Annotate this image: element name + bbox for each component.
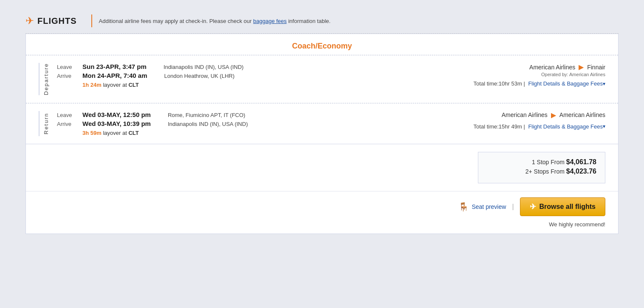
- return-leave-row: Leave Wed 03-MAY, 12:50 pm Rome, Fiumici…: [57, 111, 444, 118]
- stop2-price: $4,023.76: [566, 168, 596, 175]
- plane-icon: ✈: [25, 15, 34, 27]
- return-section: Return Leave Wed 03-MAY, 12:50 pm Rome, …: [26, 103, 618, 144]
- departure-total-row: Total time: 10hr 53m | Flight Details & …: [474, 80, 605, 87]
- browse-all-flights-button[interactable]: ✈ Browse all flights: [520, 197, 605, 216]
- departure-layover: 1h 24m layover at CLT: [82, 82, 444, 88]
- seat-preview-label: Seat preview: [472, 203, 506, 210]
- return-airline: American Airlines ▶ American Airlines To…: [444, 111, 605, 130]
- departure-arrive-airport: London Heathrow, UK (LHR): [164, 73, 234, 79]
- departure-content: Leave Sun 23-APR, 3:47 pm Indianapolis I…: [57, 63, 605, 95]
- departure-airline-row: American Airlines ▶ Finnair: [529, 63, 605, 71]
- flights-logo: ✈ FLIGHTS: [25, 15, 77, 27]
- return-total-row: Total time: 15hr 49m | Flight Details & …: [474, 123, 605, 130]
- header-notice: Additional airline fees may apply at che…: [99, 18, 331, 24]
- pricing-section: 1 Stop From $4,061.78 2+ Stops From $4,0…: [26, 144, 618, 191]
- section-title: Coach/Economy: [26, 34, 618, 55]
- return-arrow-icon: ▶: [551, 111, 556, 119]
- baggage-fees-link[interactable]: baggage fees: [253, 18, 287, 24]
- flights-title: FLIGHTS: [37, 16, 77, 26]
- departure-details-link[interactable]: Flight Details & Baggage Fees: [528, 80, 603, 87]
- seat-preview-link[interactable]: 🪑 Seat preview: [458, 202, 506, 212]
- arrive-label: Arrive: [57, 73, 78, 79]
- return-leave-label: Leave: [57, 112, 78, 118]
- departure-arrow-icon: ▶: [579, 63, 584, 71]
- departure-airline: American Airlines ▶ Finnair Operated by:…: [444, 63, 605, 87]
- departure-label: Departure: [39, 63, 49, 95]
- departure-left: Leave Sun 23-APR, 3:47 pm Indianapolis I…: [57, 63, 444, 88]
- return-airline2: American Airlines: [559, 111, 605, 118]
- return-arrive-label: Arrive: [57, 121, 78, 127]
- return-arrive-row: Arrive Wed 03-MAY, 10:39 pm Indianapolis…: [57, 120, 444, 127]
- pricing-box: 1 Stop From $4,061.78 2+ Stops From $4,0…: [478, 152, 605, 183]
- seat-icon: 🪑: [458, 202, 469, 212]
- stop1-row: 1 Stop From $4,061.78: [487, 158, 596, 166]
- action-row: 🪑 Seat preview | ✈ Browse all flights: [26, 191, 618, 220]
- pipe-divider: |: [512, 203, 514, 211]
- browse-label: Browse all flights: [539, 203, 596, 211]
- leave-label: Leave: [57, 64, 78, 70]
- return-arrive-airport: Indianapolis IND (IN), USA (IND): [168, 121, 248, 127]
- departure-leave-airport: Indianapolis IND (IN), USA (IND): [164, 64, 244, 70]
- departure-leave-row: Leave Sun 23-APR, 3:47 pm Indianapolis I…: [57, 63, 444, 70]
- return-label: Return: [39, 111, 49, 136]
- stop1-price: $4,061.78: [566, 158, 596, 165]
- return-airline-row: American Airlines ▶ American Airlines: [502, 111, 605, 119]
- departure-airline2: Finnair: [587, 64, 605, 71]
- main-card: Coach/Economy Departure Leave Sun 23-APR…: [25, 34, 619, 234]
- return-layover: 3h 59m layover at CLT: [82, 130, 444, 136]
- flights-header: ✈ FLIGHTS Additional airline fees may ap…: [25, 9, 619, 34]
- departure-airline1: American Airlines: [529, 64, 575, 71]
- header-divider: [91, 14, 92, 27]
- return-content: Leave Wed 03-MAY, 12:50 pm Rome, Fiumici…: [57, 111, 605, 136]
- return-leave-datetime: Wed 03-MAY, 12:50 pm: [82, 111, 151, 118]
- return-arrive-datetime: Wed 03-MAY, 10:39 pm: [82, 120, 151, 127]
- return-details-link[interactable]: Flight Details & Baggage Fees: [528, 123, 603, 130]
- stop2-row: 2+ Stops From $4,023.76: [487, 168, 596, 175]
- return-airline1: American Airlines: [502, 111, 548, 118]
- return-left: Leave Wed 03-MAY, 12:50 pm Rome, Fiumici…: [57, 111, 444, 136]
- departure-leave-datetime: Sun 23-APR, 3:47 pm: [82, 63, 147, 70]
- return-leave-airport: Rome, Fiumicino APT, IT (FCO): [168, 112, 246, 118]
- departure-chevron: ▾: [603, 81, 605, 87]
- departure-section: Departure Leave Sun 23-APR, 3:47 pm Indi…: [26, 55, 618, 103]
- recommend-text: We highly recommend!: [26, 220, 618, 234]
- departure-arrive-datetime: Mon 24-APR, 7:40 am: [82, 72, 147, 79]
- browse-plane-icon: ✈: [530, 202, 536, 211]
- departure-operated-by: Operated by: American Airlines: [541, 72, 605, 77]
- departure-arrive-row: Arrive Mon 24-APR, 7:40 am London Heathr…: [57, 72, 444, 79]
- return-chevron: ▾: [603, 123, 605, 129]
